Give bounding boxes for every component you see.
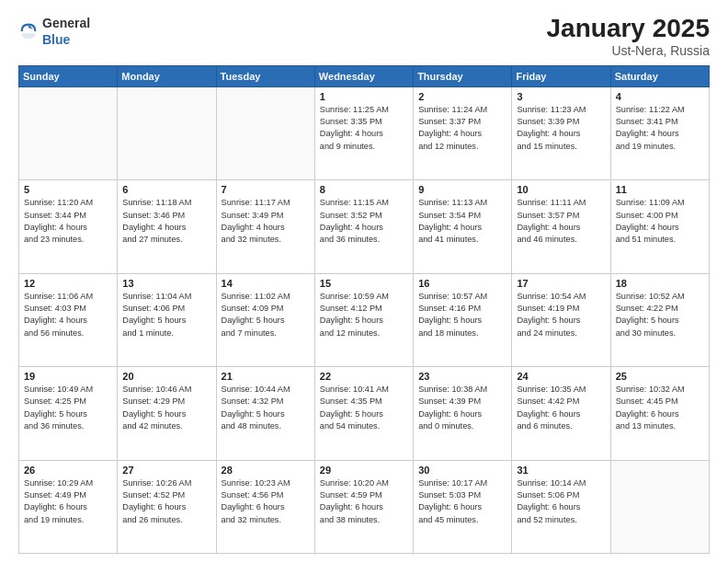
calendar-day-cell: 30Sunrise: 10:17 AMSunset: 5:03 PMDaylig… (414, 460, 512, 553)
day-number: 2 (418, 91, 506, 102)
calendar-day-cell: 29Sunrise: 10:20 AMSunset: 4:59 PMDaylig… (314, 460, 413, 553)
day-number: 23 (418, 371, 506, 382)
day-info: Sunrise: 11:24 AMSunset: 3:37 PMDaylight… (418, 104, 506, 153)
day-info: Sunrise: 10:14 AMSunset: 5:06 PMDaylight… (517, 477, 605, 526)
day-number: 6 (122, 184, 210, 195)
day-number: 9 (418, 184, 506, 195)
calendar-day-cell: 20Sunrise: 10:46 AMSunset: 4:29 PMDaylig… (118, 367, 216, 460)
day-info: Sunrise: 10:46 AMSunset: 4:29 PMDaylight… (122, 384, 210, 432)
day-info: Sunrise: 10:20 AMSunset: 4:59 PMDaylight… (320, 477, 408, 526)
day-number: 8 (320, 184, 408, 195)
calendar-day-cell (19, 86, 118, 179)
logo: General Blue (18, 15, 90, 48)
weekday-header: Saturday (610, 65, 709, 86)
calendar-week-row: 26Sunrise: 10:29 AMSunset: 4:49 PMDaylig… (19, 460, 710, 553)
weekday-header: Friday (512, 65, 610, 86)
calendar-day-cell: 2Sunrise: 11:24 AMSunset: 3:37 PMDayligh… (414, 86, 512, 179)
calendar-day-cell: 17Sunrise: 10:54 AMSunset: 4:19 PMDaylig… (512, 273, 610, 366)
day-info: Sunrise: 11:15 AMSunset: 3:52 PMDaylight… (320, 197, 408, 246)
day-info: Sunrise: 10:38 AMSunset: 4:39 PMDaylight… (418, 384, 506, 432)
day-info: Sunrise: 11:25 AMSunset: 3:35 PMDaylight… (320, 104, 408, 153)
calendar-day-cell: 14Sunrise: 11:02 AMSunset: 4:09 PMDaylig… (216, 273, 314, 366)
day-info: Sunrise: 10:32 AMSunset: 4:45 PMDaylight… (616, 384, 704, 432)
calendar-day-cell: 9Sunrise: 11:13 AMSunset: 3:54 PMDayligh… (414, 180, 512, 273)
calendar-day-cell: 19Sunrise: 10:49 AMSunset: 4:25 PMDaylig… (19, 367, 118, 460)
day-number: 18 (616, 278, 704, 289)
day-number: 29 (320, 465, 408, 476)
calendar-title: January 2025 (547, 15, 710, 43)
calendar-day-cell: 5Sunrise: 11:20 AMSunset: 3:44 PMDayligh… (19, 180, 118, 273)
day-info: Sunrise: 10:54 AMSunset: 4:19 PMDaylight… (517, 291, 605, 339)
calendar-day-cell: 7Sunrise: 11:17 AMSunset: 3:49 PMDayligh… (216, 180, 314, 273)
calendar-body: 1Sunrise: 11:25 AMSunset: 3:35 PMDayligh… (19, 86, 710, 553)
calendar-day-cell: 15Sunrise: 10:59 AMSunset: 4:12 PMDaylig… (314, 273, 413, 366)
day-info: Sunrise: 10:35 AMSunset: 4:42 PMDaylight… (517, 384, 605, 432)
day-number: 26 (24, 465, 112, 476)
calendar-day-cell: 11Sunrise: 11:09 AMSunset: 4:00 PMDaylig… (610, 180, 709, 273)
calendar-day-cell: 21Sunrise: 10:44 AMSunset: 4:32 PMDaylig… (216, 367, 314, 460)
day-number: 11 (616, 184, 704, 195)
day-number: 31 (517, 465, 605, 476)
weekday-row: SundayMondayTuesdayWednesdayThursdayFrid… (19, 65, 710, 86)
page: General Blue January 2025 Ust-Nera, Russ… (0, 0, 728, 563)
calendar-week-row: 12Sunrise: 11:06 AMSunset: 4:03 PMDaylig… (19, 273, 710, 366)
calendar-day-cell (118, 86, 216, 179)
day-info: Sunrise: 11:22 AMSunset: 3:41 PMDaylight… (616, 104, 704, 153)
calendar-day-cell: 1Sunrise: 11:25 AMSunset: 3:35 PMDayligh… (314, 86, 413, 179)
day-number: 7 (222, 184, 310, 195)
calendar-subtitle: Ust-Nera, Russia (547, 43, 710, 58)
calendar-day-cell: 8Sunrise: 11:15 AMSunset: 3:52 PMDayligh… (314, 180, 413, 273)
day-number: 14 (222, 278, 310, 289)
calendar-week-row: 19Sunrise: 10:49 AMSunset: 4:25 PMDaylig… (19, 367, 710, 460)
day-number: 24 (517, 371, 605, 382)
day-number: 5 (24, 184, 112, 195)
day-number: 4 (616, 91, 704, 102)
calendar-day-cell: 13Sunrise: 11:04 AMSunset: 4:06 PMDaylig… (118, 273, 216, 366)
calendar-day-cell: 4Sunrise: 11:22 AMSunset: 3:41 PMDayligh… (610, 86, 709, 179)
day-number: 19 (24, 371, 112, 382)
logo-text: General Blue (42, 15, 90, 48)
day-info: Sunrise: 10:57 AMSunset: 4:16 PMDaylight… (418, 291, 506, 339)
day-number: 15 (320, 278, 408, 289)
day-info: Sunrise: 10:44 AMSunset: 4:32 PMDaylight… (222, 384, 310, 432)
calendar-day-cell (216, 86, 314, 179)
weekday-header: Sunday (19, 65, 118, 86)
weekday-header: Tuesday (216, 65, 314, 86)
day-info: Sunrise: 11:06 AMSunset: 4:03 PMDaylight… (24, 291, 112, 339)
header: General Blue January 2025 Ust-Nera, Russ… (18, 15, 710, 58)
calendar-week-row: 5Sunrise: 11:20 AMSunset: 3:44 PMDayligh… (19, 180, 710, 273)
day-number: 20 (122, 371, 210, 382)
day-info: Sunrise: 10:26 AMSunset: 4:52 PMDaylight… (122, 477, 210, 526)
day-number: 27 (122, 465, 210, 476)
calendar-day-cell: 31Sunrise: 10:14 AMSunset: 5:06 PMDaylig… (512, 460, 610, 553)
weekday-header: Thursday (414, 65, 512, 86)
day-number: 10 (517, 184, 605, 195)
calendar-day-cell (610, 460, 709, 553)
day-info: Sunrise: 11:20 AMSunset: 3:44 PMDaylight… (24, 197, 112, 246)
title-block: January 2025 Ust-Nera, Russia (547, 15, 710, 58)
day-info: Sunrise: 10:41 AMSunset: 4:35 PMDaylight… (320, 384, 408, 432)
calendar-day-cell: 16Sunrise: 10:57 AMSunset: 4:16 PMDaylig… (414, 273, 512, 366)
day-info: Sunrise: 10:52 AMSunset: 4:22 PMDaylight… (616, 291, 704, 339)
day-info: Sunrise: 11:02 AMSunset: 4:09 PMDaylight… (222, 291, 310, 339)
calendar-day-cell: 10Sunrise: 11:11 AMSunset: 3:57 PMDaylig… (512, 180, 610, 273)
calendar-day-cell: 23Sunrise: 10:38 AMSunset: 4:39 PMDaylig… (414, 367, 512, 460)
day-number: 28 (222, 465, 310, 476)
day-number: 13 (122, 278, 210, 289)
day-info: Sunrise: 11:11 AMSunset: 3:57 PMDaylight… (517, 197, 605, 246)
day-number: 22 (320, 371, 408, 382)
day-info: Sunrise: 10:17 AMSunset: 5:03 PMDaylight… (418, 477, 506, 526)
calendar-day-cell: 12Sunrise: 11:06 AMSunset: 4:03 PMDaylig… (19, 273, 118, 366)
calendar-header: SundayMondayTuesdayWednesdayThursdayFrid… (19, 65, 710, 86)
calendar-day-cell: 3Sunrise: 11:23 AMSunset: 3:39 PMDayligh… (512, 86, 610, 179)
calendar-day-cell: 27Sunrise: 10:26 AMSunset: 4:52 PMDaylig… (118, 460, 216, 553)
calendar-day-cell: 22Sunrise: 10:41 AMSunset: 4:35 PMDaylig… (314, 367, 413, 460)
calendar-day-cell: 24Sunrise: 10:35 AMSunset: 4:42 PMDaylig… (512, 367, 610, 460)
day-number: 25 (616, 371, 704, 382)
calendar-table: SundayMondayTuesdayWednesdayThursdayFrid… (18, 65, 710, 554)
day-number: 1 (320, 91, 408, 102)
calendar-day-cell: 26Sunrise: 10:29 AMSunset: 4:49 PMDaylig… (19, 460, 118, 553)
day-info: Sunrise: 11:18 AMSunset: 3:46 PMDaylight… (122, 197, 210, 246)
day-info: Sunrise: 11:09 AMSunset: 4:00 PMDaylight… (616, 197, 704, 246)
day-info: Sunrise: 10:29 AMSunset: 4:49 PMDaylight… (24, 477, 112, 526)
